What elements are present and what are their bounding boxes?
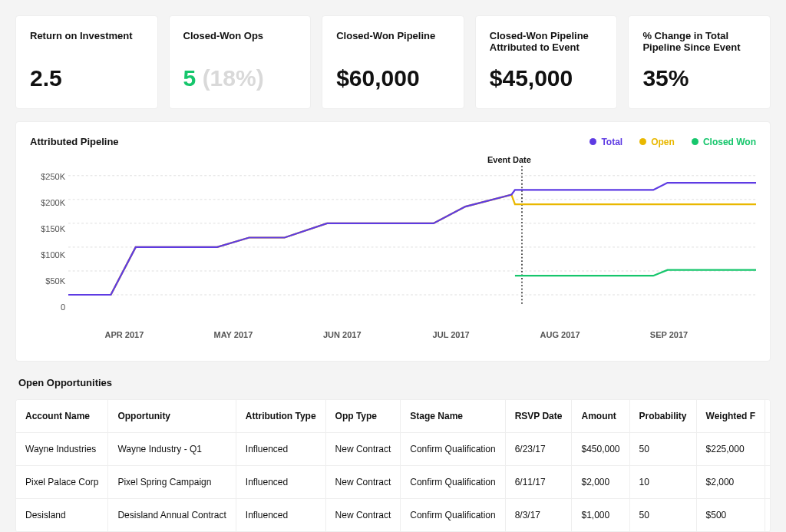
legend-dot-icon [639, 138, 646, 145]
kpi-card-change: % Change in Total Pipeline Since Event 3… [628, 15, 771, 109]
table-cell: Pixel Palace Corp [16, 466, 108, 499]
table-row[interactable]: Pixel Palace CorpPixel Spring CampaignIn… [16, 466, 771, 499]
col-prob[interactable]: Probability [629, 400, 696, 433]
legend-dot-icon [692, 138, 698, 145]
kpi-value-accent: 5 [183, 65, 196, 91]
table-cell-empty [765, 433, 771, 466]
table-cell-empty [765, 466, 771, 499]
table-cell: $2,000 [696, 466, 765, 499]
table-header-row: Account Name Opportunity Attribution Typ… [16, 400, 771, 433]
legend-label: Open [651, 137, 675, 147]
kpi-card-closed-won-ops: Closed-Won Ops 5 (18%) [169, 15, 312, 109]
col-stage[interactable]: Stage Name [401, 400, 505, 433]
table-cell: $2,000 [572, 466, 629, 499]
kpi-card-attributed: Closed-Won Pipeline Attributed to Event … [475, 15, 618, 109]
table-cell: Wayne Industry - Q1 [108, 433, 236, 466]
y-tick: $100K [27, 250, 65, 259]
table-cell-empty [765, 499, 771, 532]
table-cell: Confirm Qualification [401, 499, 505, 532]
table-cell: 10 [629, 466, 696, 499]
y-tick: $150K [27, 224, 65, 233]
table-cell: 50 [629, 499, 696, 532]
col-amount[interactable]: Amount [572, 400, 629, 433]
table-cell: 6/23/17 [505, 433, 572, 466]
table-cell: $450,000 [572, 433, 629, 466]
legend-label: Closed Won [703, 137, 756, 147]
x-tick: JUL 2017 [433, 330, 470, 339]
event-date-label: Event Date [487, 155, 531, 164]
kpi-value: 5 (18%) [183, 65, 297, 91]
x-tick: AUG 2017 [540, 330, 580, 339]
kpi-card-row: Return on Investment 2.5 Closed-Won Ops … [15, 15, 771, 109]
x-tick: JUN 2017 [323, 330, 362, 339]
col-weighted[interactable]: Weighted F [696, 400, 765, 433]
y-tick: $50K [27, 276, 65, 286]
table-cell: New Contract [325, 499, 401, 532]
col-opp-type[interactable]: Opp Type [325, 400, 401, 433]
kpi-label: Closed-Won Ops [183, 30, 297, 56]
chart-header: Attributed Pipeline Total Open Closed Wo… [30, 136, 756, 147]
table-cell: Influenced [236, 499, 325, 532]
chart-area: Event Date $250K $200K $150K $100K $50K … [30, 155, 756, 347]
table-cell: New Contract [325, 433, 401, 466]
table-cell: Confirm Qualification [401, 433, 505, 466]
y-tick: $200K [27, 198, 65, 207]
x-tick: APR 2017 [105, 330, 144, 339]
legend-item-total[interactable]: Total [590, 137, 623, 147]
kpi-label: Closed-Won Pipeline [336, 30, 450, 56]
table-cell: $500 [696, 499, 765, 532]
x-tick: SEP 2017 [650, 330, 688, 339]
col-account[interactable]: Account Name [16, 400, 108, 433]
table-cell: Confirm Qualification [401, 466, 505, 499]
legend-label: Total [601, 137, 623, 147]
kpi-value: 2.5 [30, 65, 144, 91]
kpi-value: $45,000 [490, 65, 603, 91]
table-prev-button[interactable]: ← [765, 400, 771, 433]
kpi-value: 35% [642, 65, 756, 91]
table-cell: Influenced [236, 466, 325, 499]
table-cell: Wayne Industries [16, 433, 108, 466]
legend-item-open[interactable]: Open [639, 137, 675, 147]
table-cell: Influenced [236, 433, 325, 466]
table-cell: 6/11/17 [505, 466, 572, 499]
kpi-label: Closed-Won Pipeline Attributed to Event [490, 30, 603, 56]
table-row[interactable]: Wayne IndustriesWayne Industry - Q1Influ… [16, 433, 771, 466]
legend-item-closed[interactable]: Closed Won [692, 137, 756, 147]
col-opportunity[interactable]: Opportunity [108, 400, 236, 433]
kpi-card-closed-won-pipeline: Closed-Won Pipeline $60,000 [322, 15, 464, 109]
y-tick: $250K [27, 172, 65, 181]
y-tick: 0 [27, 302, 65, 312]
table-cell: 8/3/17 [505, 499, 572, 532]
table-cell: 50 [629, 433, 696, 466]
series-open [68, 195, 756, 295]
table-cell: $225,000 [696, 433, 765, 466]
chart-legend: Total Open Closed Won [590, 137, 756, 147]
opportunities-table: Account Name Opportunity Attribution Typ… [15, 399, 771, 532]
kpi-card-roi: Return on Investment 2.5 [15, 15, 158, 109]
col-rsvp[interactable]: RSVP Date [505, 400, 572, 433]
kpi-label: % Change in Total Pipeline Since Event [642, 30, 756, 56]
x-tick: MAY 2017 [213, 330, 253, 339]
table-cell: Desisland Annual Contract [108, 499, 236, 532]
table-row[interactable]: DesislandDesisland Annual ContractInflue… [16, 499, 771, 532]
line-chart [68, 166, 756, 327]
kpi-value-muted: (18%) [203, 65, 264, 91]
legend-dot-icon [590, 138, 596, 145]
table-title: Open Opportunities [18, 377, 771, 388]
table-cell: Desisland [16, 499, 108, 532]
table-cell: Pixel Spring Campaign [108, 466, 236, 499]
table-cell: New Contract [325, 466, 401, 499]
kpi-value: $60,000 [336, 65, 450, 91]
chart-title: Attributed Pipeline [30, 136, 119, 147]
kpi-label: Return on Investment [30, 30, 144, 56]
col-attribution[interactable]: Attribution Type [236, 400, 325, 433]
chart-panel: Attributed Pipeline Total Open Closed Wo… [15, 121, 771, 362]
table-cell: $1,000 [572, 499, 629, 532]
